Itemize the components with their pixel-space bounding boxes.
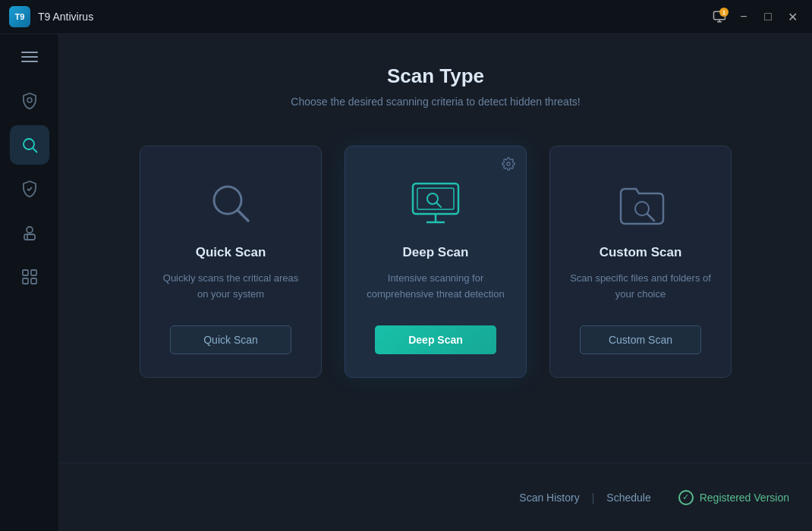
grid-icon: [20, 268, 39, 286]
scan-history-link[interactable]: Scan History: [519, 492, 579, 504]
notification-button[interactable]: 1: [709, 6, 730, 27]
check-shield-icon: [20, 180, 39, 198]
menu-line: [21, 61, 38, 62]
svg-line-21: [436, 203, 441, 207]
minimize-button[interactable]: −: [733, 6, 754, 27]
custom-scan-card: Custom Scan Scan specific files and fold…: [549, 146, 732, 378]
app-title: T9 Antivirus: [38, 11, 93, 23]
gear-icon: [502, 157, 515, 171]
notification-badge: 1: [719, 8, 729, 17]
quick-scan-card: Quick Scan Quickly scans the critical ar…: [140, 146, 322, 378]
scan-icon: [20, 136, 39, 154]
deep-scan-card: Deep Scan Intensive scanning for compreh…: [345, 146, 527, 378]
registered-badge: ✓ Registered Version: [678, 490, 789, 505]
quick-scan-title: Quick Scan: [196, 245, 266, 260]
menu-line: [21, 52, 38, 53]
footer-divider: |: [592, 492, 595, 504]
custom-scan-description: Scan specific files and folders of your …: [568, 271, 713, 304]
sidebar-item-protection[interactable]: [10, 81, 49, 121]
svg-point-4: [24, 139, 34, 149]
custom-scan-icon: [614, 177, 667, 230]
svg-line-14: [238, 210, 248, 221]
hamburger-menu-button[interactable]: [13, 43, 46, 71]
content-footer: Scan History | Schedule ✓ Registered Ver…: [59, 463, 812, 531]
registered-label: Registered Version: [700, 492, 789, 504]
main-layout: Scan Type Choose the desired scanning cr…: [0, 34, 812, 531]
content-main: Scan Type Choose the desired scanning cr…: [59, 34, 812, 463]
title-bar-left: T9 T9 Antivirus: [9, 6, 93, 27]
deep-scan-button[interactable]: Deep Scan: [375, 325, 496, 354]
svg-rect-12: [31, 278, 36, 284]
window-controls: 1 − □ ✕: [709, 6, 803, 27]
svg-rect-11: [23, 278, 28, 284]
svg-rect-17: [417, 188, 454, 209]
page-subtitle: Choose the desired scanning criteria to …: [291, 96, 580, 108]
svg-line-5: [33, 149, 37, 153]
svg-rect-7: [24, 234, 35, 240]
sidebar-item-tools[interactable]: [10, 257, 49, 297]
quick-scan-button[interactable]: Quick Scan: [170, 325, 291, 354]
page-title: Scan Type: [387, 64, 484, 88]
svg-point-6: [27, 227, 33, 233]
app-logo: T9: [9, 6, 30, 27]
deep-scan-description: Intensive scanning for comprehensive thr…: [364, 271, 508, 304]
maximize-button[interactable]: □: [757, 6, 779, 27]
title-bar: T9 T9 Antivirus 1 − □ ✕: [0, 0, 812, 34]
schedule-link[interactable]: Schedule: [606, 492, 650, 504]
sidebar: [0, 34, 59, 531]
deep-scan-title: Deep Scan: [403, 245, 469, 260]
custom-scan-button[interactable]: Custom Scan: [580, 325, 701, 354]
svg-point-15: [507, 162, 511, 166]
sidebar-item-scan[interactable]: [10, 125, 49, 165]
deep-scan-settings-button[interactable]: [502, 157, 515, 174]
registered-check-icon: ✓: [678, 490, 694, 505]
svg-rect-9: [23, 270, 28, 275]
deep-scan-icon: [409, 177, 462, 230]
shield-icon: [20, 92, 39, 110]
svg-rect-10: [31, 270, 36, 275]
svg-line-23: [647, 214, 654, 221]
menu-line: [21, 56, 38, 58]
id-icon: [20, 224, 39, 242]
content-area: Scan Type Choose the desired scanning cr…: [59, 34, 812, 531]
sidebar-item-check[interactable]: [10, 169, 49, 209]
svg-point-3: [27, 98, 32, 102]
close-button[interactable]: ✕: [782, 6, 803, 27]
quick-scan-description: Quickly scans the critical areas on your…: [159, 271, 303, 304]
sidebar-item-id-protection[interactable]: [10, 213, 49, 253]
custom-scan-title: Custom Scan: [600, 245, 682, 260]
quick-scan-icon: [204, 177, 257, 230]
scan-cards-container: Quick Scan Quickly scans the critical ar…: [140, 146, 732, 378]
